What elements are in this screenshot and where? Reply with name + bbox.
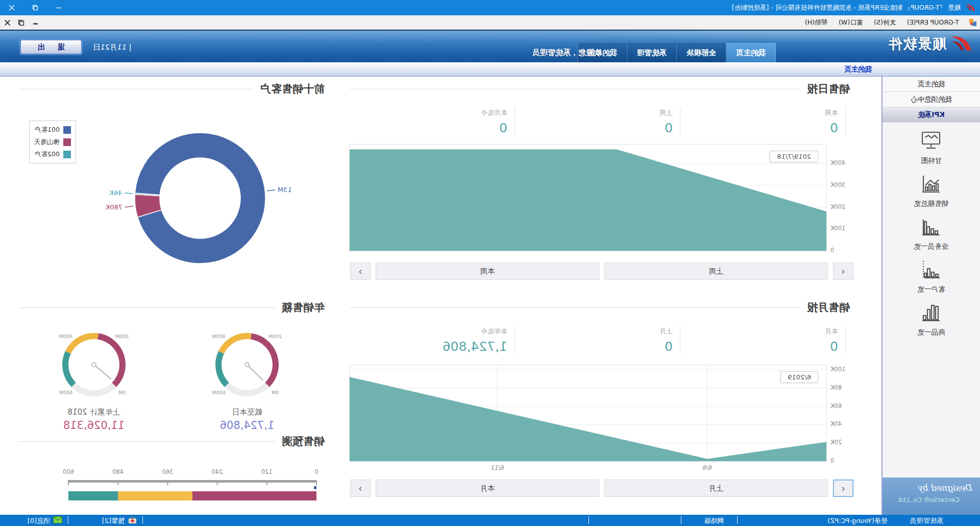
svg-text:400M: 400M: [59, 333, 72, 339]
designed-by-text: Designed by: [890, 483, 973, 493]
shortcut-gantt-label: 甘特图: [883, 156, 980, 165]
section-title-daily: 销售日报: [807, 82, 850, 96]
svg-text:0M: 0M: [272, 390, 279, 395]
shortcut-salesman-label: 业务员一览: [883, 242, 980, 251]
alert-icon: [128, 516, 137, 524]
company-text: CenterSoft Co.,Ltd.: [890, 496, 960, 504]
breadcrumb-bar: 我的主页: [0, 62, 980, 77]
window-title: 顺景 『T-GROUP』 制造业ERP系统 - 东莞顺景软件科技有限公司 - […: [732, 4, 961, 12]
monthly-next-button[interactable]: ›: [350, 480, 371, 497]
tab-my-home[interactable]: 我的主页: [726, 43, 776, 62]
svg-text:480: 480: [112, 468, 124, 475]
customer-overview-icon: [920, 258, 943, 281]
mdi-restore-icon[interactable]: [18, 19, 24, 26]
shortcut-salesman[interactable]: 业务员一览: [883, 216, 980, 251]
shortcut-gantt[interactable]: 甘特图: [883, 130, 980, 165]
status-user: 系统管理员: [910, 516, 943, 525]
svg-text:600M: 600M: [212, 390, 226, 395]
stat-last-month: 上月0: [515, 326, 680, 354]
monthly-prev-button[interactable]: ‹: [833, 480, 853, 497]
section-title-top10: 前十销售客户: [260, 82, 325, 96]
svg-text:600: 600: [63, 468, 74, 475]
svg-text:46K: 46K: [109, 189, 122, 197]
annual-sales-section-title: 年销售额: [18, 300, 325, 315]
shortcut-sales-total-label: 销售额总览: [883, 199, 980, 208]
shortcut-product[interactable]: 商品一览: [883, 301, 980, 337]
gauge-lastyear-block: 0M200M400M600M 上年累计 2018 11,026,318: [51, 320, 137, 432]
tab-system-admin[interactable]: 系统管理: [627, 43, 677, 62]
message-icon: [53, 516, 62, 523]
daily-prev-button[interactable]: ‹: [833, 262, 853, 280]
header-band: 顺景软件 我的主页 全部模块 系统管理 我的单据 欢迎您，系统管理员 | 11月…: [0, 30, 980, 62]
sidebar-item-my-home[interactable]: 我的主页: [883, 77, 980, 92]
menu-tgroup-erp[interactable]: T-GROUP ERP(E): [901, 15, 965, 30]
svg-text:13M: 13M: [278, 186, 292, 194]
top10-donut-chart[interactable]: 780K46K13M: [16, 117, 328, 286]
gauge-lastyear-chart[interactable]: 0M200M400M600M: [51, 320, 137, 407]
svg-text:200M: 200M: [268, 333, 282, 339]
status-alerts[interactable]: 预警[2]: [102, 516, 125, 525]
status-messages[interactable]: 消息[0]: [28, 516, 50, 525]
mdi-window-controls: [4, 15, 38, 30]
minimize-button[interactable]: [47, 0, 70, 15]
menu-support[interactable]: 支持(S): [868, 15, 901, 30]
daily-sales-section-title: 销售日报: [350, 82, 850, 96]
svg-text:240: 240: [212, 468, 223, 475]
monthly-sales-area-chart[interactable]: 020K40K60K80K100K6/66/116/2019: [349, 365, 827, 462]
monthly-sales-section-title: 销售月报: [350, 300, 850, 315]
mdi-minimize-icon[interactable]: [32, 19, 38, 26]
tab-all-modules[interactable]: 全部模块: [677, 43, 726, 62]
svg-text:400M: 400M: [212, 333, 226, 339]
monthly-nav-row: ‹ 上月 本月 ›: [350, 480, 853, 497]
menu-window[interactable]: 窗口(W): [833, 15, 868, 30]
exit-button[interactable]: 退 出: [20, 40, 82, 54]
svg-text:600M: 600M: [59, 390, 72, 395]
salesman-overview-icon: [920, 216, 943, 238]
window-titlebar: 顺景 『T-GROUP』 制造业ERP系统 - 东莞顺景软件科技有限公司 - […: [0, 0, 980, 15]
app-logo-icon: [965, 3, 976, 13]
last-month-button[interactable]: 上月: [604, 480, 828, 497]
gauge-today-title: 截至本日: [204, 408, 290, 417]
gauge-today-chart[interactable]: 0M200M400M600M: [204, 320, 290, 407]
current-date: | 11月21日: [93, 42, 131, 52]
shortcut-product-label: 商品一览: [883, 328, 980, 337]
svg-text:0: 0: [314, 468, 318, 475]
brand-logo-icon: [950, 34, 973, 54]
forecast-bullet-chart[interactable]: 0120240360480600: [61, 467, 322, 511]
sales-total-overview-icon: [920, 173, 943, 195]
shortcut-sales-total[interactable]: 销售额总览: [883, 173, 980, 208]
app-small-icon: [969, 18, 977, 27]
status-login: 登录(Young-PC:PZ): [827, 516, 888, 525]
daily-sales-area-chart[interactable]: 0100K200K300K400K2019/7/18: [349, 144, 827, 251]
svg-text:120: 120: [261, 468, 273, 475]
daily-next-button[interactable]: ›: [350, 262, 371, 280]
restore-button[interactable]: [23, 0, 47, 15]
section-title-forecast: 销售预测: [282, 434, 325, 448]
statusbar: 系统管理员 登录(Young-PC:PZ) 网络版 预警[2] 消息[0]: [0, 515, 980, 526]
monthly-sales-stats: 本月0 上月0 本年迄今1,724,806: [350, 326, 846, 354]
main-tabs: 我的主页 全部模块 系统管理 我的单据: [577, 43, 776, 62]
stat-year-to-date: 本年迄今1,724,806: [350, 326, 515, 354]
last-week-button[interactable]: 上周: [604, 262, 828, 280]
shortcut-customer[interactable]: 客户一览: [883, 258, 980, 294]
this-week-button[interactable]: 本周: [376, 262, 599, 280]
brand-name: 顺景软件: [887, 35, 946, 53]
section-title-monthly: 销售月报: [807, 300, 850, 315]
stat-last-week: 上周0: [515, 107, 680, 135]
gauge-lastyear-value: 11,026,318: [51, 419, 137, 432]
menu-help[interactable]: 帮助(H): [799, 15, 833, 30]
section-title-annual: 年销售额: [282, 300, 325, 315]
mdi-close-icon[interactable]: [4, 19, 11, 26]
gauge-today-block: 0M200M400M600M 截至本日 1,724,806: [204, 320, 290, 432]
shortcut-customer-label: 客户一览: [883, 285, 980, 294]
designed-by-panel: Designed by CenterSoft Co.,Ltd.: [883, 477, 980, 515]
svg-text:360: 360: [162, 468, 173, 475]
gantt-chart-icon: [920, 130, 943, 152]
svg-text:780K: 780K: [105, 203, 122, 211]
close-button[interactable]: [0, 0, 23, 15]
this-month-button[interactable]: 本月: [376, 480, 599, 497]
svg-text:0M: 0M: [118, 390, 126, 395]
sidebar-item-kpi-system[interactable]: KPI系统: [883, 107, 980, 123]
daily-nav-row: ‹ 上周 本周 ›: [350, 262, 853, 280]
sidebar-item-message-center[interactable]: 我的消息中心: [883, 92, 980, 107]
